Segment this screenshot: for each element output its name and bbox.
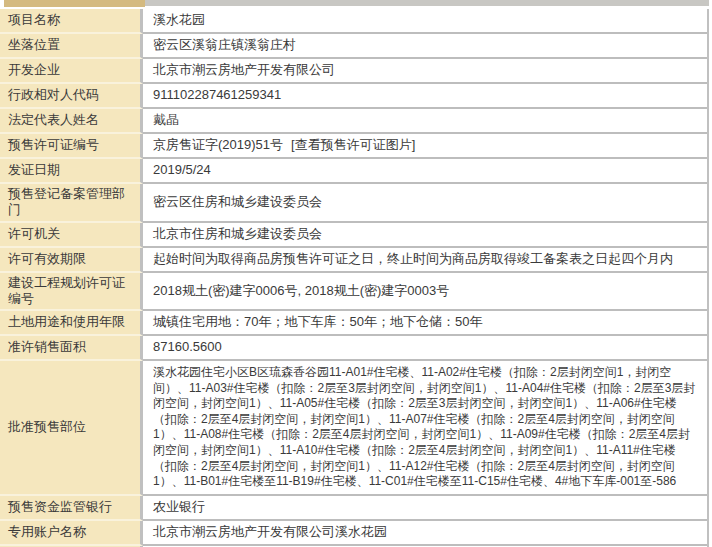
row-value-text: 北京市住房和城乡建设委员会: [153, 226, 322, 242]
row-value: 城镇住宅用地：70年；地下车库：50年；地下仓储：50年: [143, 311, 707, 336]
row-label: 开发企业: [0, 59, 143, 84]
row-value: 北京市住房和城乡建设委员会: [143, 223, 707, 248]
header-strip: [0, 0, 712, 9]
table-row: 许可机关 北京市住房和城乡建设委员会: [0, 223, 707, 248]
row-label: 预售许可证编号: [0, 134, 143, 159]
row-value-text: 京房售证字(2019)51号: [153, 137, 283, 153]
row-value: 溪水花园住宅小区B区琉森香谷园11-A01#住宅楼、11-A02#住宅楼（扣除：…: [143, 361, 707, 496]
row-value: 起始时间为取得商品房预售许可证之日，终止时间为商品房取得竣工备案表之日起四个月内: [143, 248, 707, 273]
presale-permit-table: 项目名称 溪水花园 坐落位置 密云区溪翁庄镇溪翁庄村 开发企业 北京市潮云房地产…: [0, 9, 709, 547]
row-value: 2018规土(密)建字0006号, 2018规土(密)建字0003号: [143, 273, 707, 312]
table-row: 预售登记备案管理部门 密云区住房和城乡建设委员会: [0, 184, 707, 223]
row-label: 预售资金监管银行: [0, 496, 143, 521]
row-label: 预售登记备案管理部门: [0, 184, 143, 223]
row-value: 密云区溪翁庄镇溪翁庄村: [143, 34, 707, 59]
table-row: 行政相对人代码 911102287461259341: [0, 84, 707, 109]
row-label: 法定代表人姓名: [0, 109, 143, 134]
row-label: 建设工程规划许可证编号: [0, 273, 143, 312]
table-row: 批准预售部位 溪水花园住宅小区B区琉森香谷园11-A01#住宅楼、11-A02#…: [0, 361, 707, 496]
table-row: 发证日期 2019/5/24: [0, 159, 707, 184]
row-value: 北京市潮云房地产开发有限公司溪水花园: [143, 521, 707, 546]
row-label: 土地用途和使用年限: [0, 311, 143, 336]
table-row: 开发企业 北京市潮云房地产开发有限公司: [0, 59, 707, 84]
row-label: 专用账户名称: [0, 521, 143, 546]
row-label: 行政相对人代码: [0, 84, 143, 109]
row-value-text: 戴晶: [153, 112, 179, 128]
row-label: 许可有效期限: [0, 248, 143, 273]
header-strip-label-remnant: [4, 0, 145, 7]
table-row: 专用账户名称 北京市潮云房地产开发有限公司溪水花园: [0, 521, 707, 546]
row-value: 北京市潮云房地产开发有限公司: [143, 59, 707, 84]
table-row: 法定代表人姓名 戴晶: [0, 109, 707, 134]
row-value-text: 密云区住房和城乡建设委员会: [153, 194, 322, 210]
row-label: 坐落位置: [0, 34, 143, 59]
row-value-text: 911102287461259341: [153, 87, 281, 103]
row-label: 批准预售部位: [0, 361, 143, 496]
row-value-text: 溪水花园: [153, 12, 205, 28]
row-value: 911102287461259341: [143, 84, 707, 109]
row-value: 农业银行: [143, 496, 707, 521]
row-value-text: 密云区溪翁庄镇溪翁庄村: [153, 37, 296, 53]
table-row: 预售资金监管银行 农业银行: [0, 496, 707, 521]
row-value: 戴晶: [143, 109, 707, 134]
row-value: 京房售证字(2019)51号[查看预售许可证图片]: [143, 134, 707, 159]
row-value-text: 2019/5/24: [153, 162, 211, 178]
row-label: 发证日期: [0, 159, 143, 184]
row-value-text: 溪水花园住宅小区B区琉森香谷园11-A01#住宅楼、11-A02#住宅楼（扣除：…: [153, 365, 699, 490]
table-row: 坐落位置 密云区溪翁庄镇溪翁庄村: [0, 34, 707, 59]
presale-permit-page: 项目名称 溪水花园 坐落位置 密云区溪翁庄镇溪翁庄村 开发企业 北京市潮云房地产…: [0, 0, 712, 547]
row-label: 项目名称: [0, 9, 143, 34]
row-value-text: 北京市潮云房地产开发有限公司: [153, 62, 335, 78]
row-value-text: 2018规土(密)建字0006号, 2018规土(密)建字0003号: [153, 283, 449, 299]
row-label: 许可机关: [0, 223, 143, 248]
table-row: 土地用途和使用年限 城镇住宅用地：70年；地下车库：50年；地下仓储：50年: [0, 311, 707, 336]
view-permit-image-link[interactable]: [查看预售许可证图片]: [291, 137, 415, 153]
table-row: 许可有效期限 起始时间为取得商品房预售许可证之日，终止时间为商品房取得竣工备案表…: [0, 248, 707, 273]
row-label: 准许销售面积: [0, 336, 143, 361]
row-value: 2019/5/24: [143, 159, 707, 184]
table-row: 项目名称 溪水花园: [0, 9, 707, 34]
row-value: 87160.5600: [143, 336, 707, 361]
row-value-text: 城镇住宅用地：70年；地下车库：50年；地下仓储：50年: [153, 314, 482, 330]
row-value: 溪水花园: [143, 9, 707, 34]
table-row: 建设工程规划许可证编号 2018规土(密)建字0006号, 2018规土(密)建…: [0, 273, 707, 312]
table-row: 预售许可证编号 京房售证字(2019)51号[查看预售许可证图片]: [0, 134, 707, 159]
header-strip-value-remnant: [145, 0, 709, 6]
row-value-text: 北京市潮云房地产开发有限公司溪水花园: [153, 524, 387, 540]
table-row: 准许销售面积 87160.5600: [0, 336, 707, 361]
row-value-text: 农业银行: [153, 499, 205, 515]
row-value-text: 起始时间为取得商品房预售许可证之日，终止时间为商品房取得竣工备案表之日起四个月内: [153, 251, 673, 267]
row-value: 密云区住房和城乡建设委员会: [143, 184, 707, 223]
row-value-text: 87160.5600: [153, 339, 222, 355]
